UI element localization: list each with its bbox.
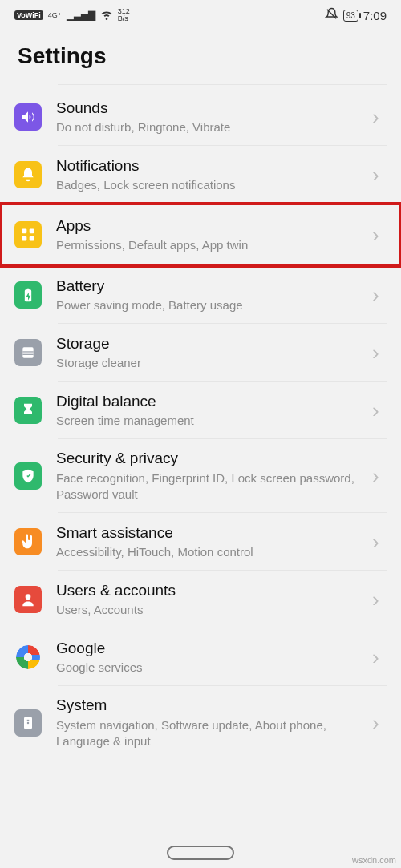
row-system[interactable]: System System navigation, Software updat… bbox=[0, 686, 401, 760]
row-title: Smart assistance bbox=[56, 523, 366, 543]
clock: 7:09 bbox=[363, 9, 387, 22]
svg-point-11 bbox=[27, 722, 30, 725]
row-sub: Users, Accounts bbox=[56, 602, 366, 618]
prev-divider bbox=[58, 80, 387, 85]
row-notifications[interactable]: Notifications Badges, Lock screen notifi… bbox=[0, 146, 401, 204]
row-battery[interactable]: Battery Power saving mode, Battery usage… bbox=[0, 266, 401, 324]
row-title: System bbox=[56, 696, 366, 716]
svg-point-9 bbox=[26, 594, 31, 600]
battery-indicator: 93 bbox=[343, 10, 358, 22]
google-icon bbox=[14, 644, 42, 671]
svg-rect-5 bbox=[26, 289, 29, 291]
row-sub: Power saving mode, Battery usage bbox=[56, 297, 366, 313]
chevron-right-icon: › bbox=[372, 105, 387, 130]
row-title: Users & accounts bbox=[56, 581, 366, 601]
settings-list: Sounds Do not disturb, Ringtone, Vibrate… bbox=[0, 88, 401, 760]
row-title: Apps bbox=[56, 216, 366, 236]
row-title: Storage bbox=[56, 334, 366, 354]
row-title: Digital balance bbox=[56, 392, 366, 412]
system-icon bbox=[14, 709, 42, 737]
row-smart-assistance[interactable]: Smart assistance Accessibility, HiTouch,… bbox=[0, 513, 401, 571]
battery-icon bbox=[14, 281, 42, 309]
row-title: Sounds bbox=[56, 99, 366, 119]
row-title: Security & privacy bbox=[56, 449, 366, 469]
chevron-right-icon: › bbox=[372, 223, 387, 248]
storage-icon bbox=[14, 339, 42, 366]
row-sub: Accessibility, HiTouch, Motion control bbox=[56, 544, 366, 560]
shield-icon bbox=[14, 462, 42, 490]
apps-icon bbox=[14, 221, 42, 248]
row-google[interactable]: Google Google services › bbox=[0, 628, 401, 686]
svg-rect-7 bbox=[22, 351, 33, 352]
svg-rect-12 bbox=[27, 720, 30, 721]
row-title: Battery bbox=[56, 277, 366, 297]
page-title: Settings bbox=[0, 26, 401, 80]
row-sub: System navigation, Software update, Abou… bbox=[56, 717, 366, 750]
row-sub: Badges, Lock screen notifications bbox=[56, 177, 366, 193]
signal-icon: ▁▃▅▇ bbox=[67, 10, 95, 21]
vowifi-badge: VoWiFi bbox=[14, 10, 43, 20]
chevron-right-icon: › bbox=[372, 711, 387, 736]
hourglass-icon bbox=[14, 397, 42, 424]
row-sounds[interactable]: Sounds Do not disturb, Ringtone, Vibrate… bbox=[0, 88, 401, 146]
bell-icon bbox=[14, 161, 42, 188]
chevron-right-icon: › bbox=[372, 464, 387, 489]
row-title: Google bbox=[56, 639, 366, 659]
network-type: 4G⁺ bbox=[48, 12, 62, 19]
chevron-right-icon: › bbox=[372, 398, 387, 423]
person-icon bbox=[14, 586, 42, 613]
svg-rect-6 bbox=[22, 347, 33, 357]
sound-icon bbox=[14, 103, 42, 131]
svg-rect-3 bbox=[30, 236, 34, 241]
wifi-icon bbox=[100, 8, 113, 23]
chevron-right-icon: › bbox=[372, 645, 387, 670]
svg-rect-1 bbox=[30, 229, 34, 234]
row-title: Notifications bbox=[56, 156, 366, 176]
svg-rect-0 bbox=[22, 229, 27, 234]
net-speed: 312B/s bbox=[118, 8, 130, 22]
svg-rect-2 bbox=[22, 236, 27, 241]
row-sub: Storage cleaner bbox=[56, 355, 366, 371]
row-sub: Screen time management bbox=[56, 413, 366, 429]
row-sub: Do not disturb, Ringtone, Vibrate bbox=[56, 119, 366, 135]
chevron-right-icon: › bbox=[372, 283, 387, 308]
watermark: wsxdn.com bbox=[352, 855, 396, 865]
row-apps[interactable]: Apps Permissions, Default apps, App twin… bbox=[0, 204, 401, 266]
svg-rect-8 bbox=[22, 354, 33, 355]
chevron-right-icon: › bbox=[372, 530, 387, 555]
hand-icon bbox=[14, 528, 42, 555]
chevron-right-icon: › bbox=[372, 341, 387, 365]
row-security-privacy[interactable]: Security & privacy Face recognition, Fin… bbox=[0, 439, 401, 513]
chevron-right-icon: › bbox=[372, 163, 387, 188]
nav-pill[interactable] bbox=[167, 846, 234, 860]
row-users-accounts[interactable]: Users & accounts Users, Accounts › bbox=[0, 571, 401, 628]
row-sub: Permissions, Default apps, App twin bbox=[56, 237, 366, 253]
row-digital-balance[interactable]: Digital balance Screen time management › bbox=[0, 382, 401, 439]
row-sub: Face recognition, Fingerprint ID, Lock s… bbox=[56, 470, 366, 503]
dnd-icon bbox=[325, 7, 338, 23]
chevron-right-icon: › bbox=[372, 587, 387, 612]
status-bar: VoWiFi 4G⁺ ▁▃▅▇ 312B/s 93 7:09 bbox=[0, 0, 401, 26]
row-sub: Google services bbox=[56, 660, 366, 676]
row-storage[interactable]: Storage Storage cleaner › bbox=[0, 324, 401, 382]
